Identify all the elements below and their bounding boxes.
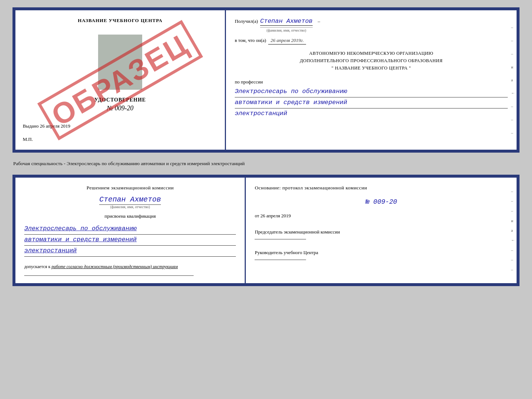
mp-label: М.П. bbox=[23, 136, 33, 142]
udostoverenie-number: № 009-20 bbox=[107, 104, 133, 112]
vydano-date: 26 апреля 2019 bbox=[40, 123, 71, 129]
bottom-document: Решением экзаменационной комиссии Степан… bbox=[12, 175, 520, 286]
profession-line3: электростанций bbox=[235, 108, 508, 119]
dash-sep: – bbox=[318, 18, 320, 24]
bottom-doc-right: Основание: протокол экзаменационной коми… bbox=[246, 178, 517, 283]
predsedatel-label: Председатель экзаменационной комиссии bbox=[255, 228, 508, 236]
right-side-marks: – – – и а ← – – – bbox=[511, 10, 515, 150]
po-professii-label: по профессии bbox=[235, 79, 508, 85]
rukovoditel-label: Руководитель учебного Центра bbox=[255, 249, 508, 257]
fio-subtitle: (фамилия, имя, отчество) bbox=[260, 27, 313, 32]
ot-date: от 26 апреля 2019 bbox=[255, 213, 508, 219]
profession-line2: автоматики и средств измерений bbox=[235, 97, 508, 108]
qual-line2: автоматики и средств измерений bbox=[24, 235, 236, 246]
dopusk-text: работе согласно должностным (производств… bbox=[51, 264, 178, 269]
bottom-person-name: Степан Ахметов bbox=[99, 195, 161, 205]
profession-line1: Электрослесарь по обслуживанию bbox=[235, 86, 508, 97]
poluchil-label: Получил(а) bbox=[235, 18, 258, 24]
rukovoditel-block: Руководитель учебного Центра bbox=[255, 249, 508, 260]
receiver-block: Получил(а) Степан Ахметов (фамилия, имя,… bbox=[235, 18, 508, 32]
org-line1: АВТОНОМНУЮ НЕКОММЕРЧЕСКУЮ ОРГАНИЗАЦИЮ bbox=[235, 50, 508, 57]
predsedatel-sig-line bbox=[255, 239, 306, 239]
qual-line1: Электрослесарь по обслуживанию bbox=[24, 224, 236, 235]
qualification-block: Электрослесарь по обслуживанию автоматик… bbox=[24, 224, 236, 257]
bottom-fio-label: (фамилия, имя, отчество) bbox=[110, 205, 150, 209]
prisvoena-text: присвоена квалификация bbox=[24, 213, 236, 219]
completion-date: 26 апреля 2019г. bbox=[268, 38, 306, 44]
ot-prefix: от bbox=[255, 213, 259, 218]
profession-block: по профессии Электрослесарь по обслужива… bbox=[235, 79, 508, 119]
org-line3: " НАЗВАНИЕ УЧЕБНОГО ЦЕНТРА " bbox=[235, 64, 508, 72]
org-block: АВТОНОМНУЮ НЕКОММЕРЧЕСКУЮ ОРГАНИЗАЦИЮ ДО… bbox=[235, 50, 508, 72]
bottom-doc-left: Решением экзаменационной комиссии Степан… bbox=[15, 178, 246, 283]
specialty-label: Рабочая специальность - Электрослесарь п… bbox=[13, 161, 245, 166]
bottom-right-marks: – – – и а ← – – – bbox=[511, 178, 515, 283]
dopusk-block: допускается к работе согласно должностны… bbox=[24, 264, 236, 270]
top-doc-right: Получил(а) Степан Ахметов (фамилия, имя,… bbox=[226, 10, 517, 150]
udostoverenie-label: УДОСТОВЕРЕНИЕ bbox=[94, 97, 146, 103]
dopusk-prefix: допускается к bbox=[24, 264, 50, 269]
bottom-person-block: Степан Ахметов (фамилия, имя, отчество) bbox=[24, 195, 236, 209]
vtom-block: в том, что он(а) 26 апреля 2019г. bbox=[235, 38, 508, 44]
rukovoditel-sig-line bbox=[255, 260, 306, 260]
top-doc-left: НАЗВАНИЕ УЧЕБНОГО ЦЕНТРА УДОСТОВЕРЕНИЕ №… bbox=[15, 10, 226, 150]
qual-line3: электростанций bbox=[24, 246, 236, 257]
school-name-top: НАЗВАНИЕ УЧЕБНОГО ЦЕНТРА bbox=[78, 18, 163, 24]
predsedatel-block: Председатель экзаменационной комиссии bbox=[255, 228, 508, 239]
top-document: НАЗВАНИЕ УЧЕБНОГО ЦЕНТРА УДОСТОВЕРЕНИЕ №… bbox=[12, 7, 520, 153]
vydano-label: Выдано bbox=[23, 123, 39, 129]
org-line2: ДОПОЛНИТЕЛЬНОГО ПРОФЕССИОНАЛЬНОГО ОБРАЗО… bbox=[235, 57, 508, 64]
receiver-name: Степан Ахметов bbox=[260, 18, 313, 26]
vtom-prefix: в том, что он(а) bbox=[235, 38, 266, 43]
vydano-line: Выдано 26 апреля 2019 bbox=[23, 123, 218, 129]
middle-specialty-text: Рабочая специальность - Электрослесарь п… bbox=[12, 158, 520, 169]
osnov-title: Основание: протокол экзаменационной коми… bbox=[255, 185, 508, 191]
komissia-title: Решением экзаменационной комиссии bbox=[24, 185, 236, 191]
protocol-date: 26 апреля 2019 bbox=[260, 213, 291, 218]
photo-placeholder bbox=[98, 35, 142, 90]
protocol-number: № 009-20 bbox=[255, 198, 508, 206]
bottom-sig-line bbox=[24, 275, 194, 276]
